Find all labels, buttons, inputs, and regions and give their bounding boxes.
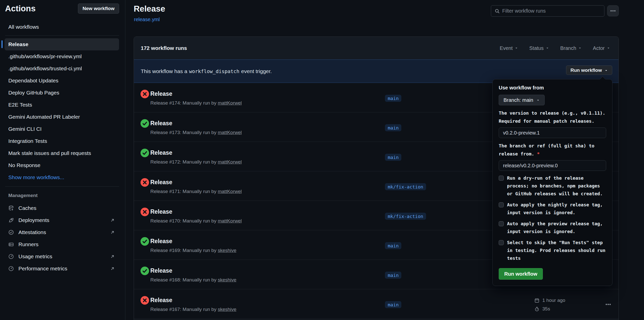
sidebar-item-no-response[interactable]: No Response <box>5 159 119 171</box>
run-overflow-menu-button[interactable] <box>602 301 614 308</box>
sidebar-item-all-workflows[interactable]: All workflows <box>5 21 119 33</box>
workflow-input-field[interactable] <box>499 127 606 138</box>
workflow-item-label: Release <box>8 41 28 47</box>
checkbox-label: Auto apply the preview release tag, inpu… <box>507 220 606 235</box>
sidebar-item-gemini-cli-ci[interactable]: Gemini CLI CI <box>5 123 119 135</box>
workflow-item-label: Mark stale issues and pull requests <box>8 150 91 156</box>
checkbox-label: Run a dry-run of the release process; no… <box>507 174 606 198</box>
checkbox-4[interactable] <box>499 240 504 245</box>
checkbox-3[interactable] <box>499 221 504 226</box>
sidebar-item-usage-metrics[interactable]: Usage metrics <box>5 250 119 263</box>
run-title-link[interactable]: Release <box>150 90 172 97</box>
workflow-item-label: Gemini Automated PR Labeler <box>8 114 80 120</box>
sidebar-item-e2e-tests[interactable]: E2E Tests <box>5 99 119 111</box>
filter-workflow-runs-input[interactable] <box>502 8 601 14</box>
branch-badge[interactable]: mk/fix-action <box>385 183 426 190</box>
run-title-link[interactable]: Release <box>150 238 172 244</box>
sidebar-item-gemini-automated-pr-labeler[interactable]: Gemini Automated PR Labeler <box>5 111 119 123</box>
run-title-link[interactable]: Release <box>150 208 172 215</box>
new-workflow-button[interactable]: New workflow <box>78 4 119 14</box>
branch-badge[interactable]: mk/fix-action <box>385 213 426 220</box>
sidebar-item-deploy-github-pages[interactable]: Deploy GitHub Pages <box>5 87 119 99</box>
run-actor-link[interactable]: mattKorwel <box>218 100 242 106</box>
run-workflow-dropdown-button[interactable]: Run workflow <box>566 66 612 75</box>
checkbox-2[interactable] <box>499 202 504 207</box>
checkbox-group: Auto apply the preview release tag, inpu… <box>499 220 606 235</box>
run-description: Release #169: Manually run by skeshive <box>150 247 236 254</box>
branch-badge[interactable]: main <box>385 242 401 249</box>
page-overflow-menu-button[interactable] <box>607 5 619 16</box>
run-main-info: ReleaseRelease #173: Manually run by mat… <box>150 119 242 136</box>
dropdown-fields: The version to release (e.g., v0.1.11). … <box>499 109 606 171</box>
checkbox-1[interactable] <box>499 176 504 181</box>
failure-icon <box>141 178 149 187</box>
run-description: Release #172: Manually run by mattKorwel <box>150 159 242 165</box>
input-description: The branch or ref (full git sha) to rele… <box>499 142 606 158</box>
checkbox-group: Select to skip the "Run Tests" step in t… <box>499 239 606 262</box>
branch-badge[interactable]: main <box>385 272 401 279</box>
workflow-run-row[interactable]: ReleaseRelease #167: Manually run by ske… <box>134 289 619 319</box>
run-title-link[interactable]: Release <box>150 179 172 185</box>
branch-badge[interactable]: main <box>385 301 401 308</box>
sidebar-item-caches[interactable]: Caches <box>5 202 119 214</box>
filter-label: Event <box>500 45 513 51</box>
calendar-icon <box>535 298 540 303</box>
run-duration: 35s <box>535 305 565 313</box>
sidebar-item-performance-metrics[interactable]: Performance metrics <box>5 263 119 275</box>
selected-accent-bar <box>2 40 3 48</box>
run-title-link[interactable]: Release <box>150 120 172 126</box>
sidebar-item-integration-tests[interactable]: Integration Tests <box>5 135 119 147</box>
sidebar-item-deployments[interactable]: Deployments <box>5 214 119 226</box>
runs-filter-bar: EventStatusBranchActor <box>500 45 612 51</box>
run-title-link[interactable]: Release <box>150 267 172 274</box>
run-title-link[interactable]: Release <box>150 149 172 156</box>
workflow-runs-count: 172 workflow runs <box>141 45 187 51</box>
required-asterisk: * <box>537 151 540 156</box>
sidebar-item-github-workflows-pr-review-yml[interactable]: .github/workflows/pr-review.yml <box>5 50 119 62</box>
filter-status[interactable]: Status <box>529 45 549 51</box>
run-actor-link[interactable]: skeshive <box>218 248 236 253</box>
branch-badge[interactable]: main <box>385 95 401 102</box>
filter-label: Branch <box>560 45 576 51</box>
run-description: Release #167: Manually run by skeshive <box>150 306 236 313</box>
run-title-link[interactable]: Release <box>150 297 172 303</box>
run-actor-link[interactable]: mattKorwel <box>218 218 242 223</box>
run-main-info: ReleaseRelease #168: Manually run by ske… <box>150 267 236 283</box>
filter-event[interactable]: Event <box>500 45 518 51</box>
run-description: Release #170: Manually run by mattKorwel <box>150 218 242 224</box>
management-item-label: Runners <box>18 241 38 247</box>
success-icon <box>141 267 149 275</box>
branch-select-button[interactable]: Branch: main <box>499 95 545 105</box>
run-actor-link[interactable]: skeshive <box>218 307 236 312</box>
run-actor-link[interactable]: skeshive <box>218 277 236 282</box>
management-item-label: Attestations <box>18 229 46 235</box>
sidebar-item-github-workflows-trusted-ci-yml[interactable]: .github/workflows/trusted-ci.yml <box>5 62 119 75</box>
run-actor-link[interactable]: mattKorwel <box>218 159 242 165</box>
show-more-workflows-link[interactable]: Show more workflows... <box>8 171 64 183</box>
run-workflow-dropdown-panel: Use workflow from Branch: main The versi… <box>492 79 612 286</box>
sidebar-item-release[interactable]: Release <box>5 38 119 50</box>
sidebar-item-runners[interactable]: Runners <box>5 238 119 250</box>
workflow-input-field[interactable] <box>499 160 606 171</box>
workflow-file-link[interactable]: release.yml <box>134 17 160 22</box>
workflow-item-label: .github/workflows/pr-review.yml <box>8 53 82 59</box>
sidebar-item-attestations[interactable]: Attestations <box>5 226 119 238</box>
run-description: Release #174: Manually run by mattKorwel <box>150 100 242 106</box>
run-actor-link[interactable]: mattKorwel <box>218 130 242 135</box>
success-icon <box>141 119 149 128</box>
filter-actor[interactable]: Actor <box>593 45 610 51</box>
branch-badge[interactable]: main <box>385 124 401 131</box>
sidebar-item-dependabot-updates[interactable]: Dependabot Updates <box>5 75 119 87</box>
filter-branch[interactable]: Branch <box>560 45 582 51</box>
failure-icon <box>141 208 149 216</box>
chevron-down-icon <box>536 99 540 102</box>
sidebar-divider <box>5 35 119 36</box>
chevron-down-icon <box>604 69 608 72</box>
success-icon <box>141 237 149 246</box>
run-time-text: 1 hour ago <box>542 298 565 303</box>
failure-icon <box>141 296 149 305</box>
branch-badge[interactable]: main <box>385 154 401 161</box>
run-workflow-submit-button[interactable]: Run workflow <box>499 268 543 280</box>
run-actor-link[interactable]: mattKorwel <box>218 189 242 194</box>
sidebar-item-mark-stale-issues-and-pull-requests[interactable]: Mark stale issues and pull requests <box>5 147 119 159</box>
